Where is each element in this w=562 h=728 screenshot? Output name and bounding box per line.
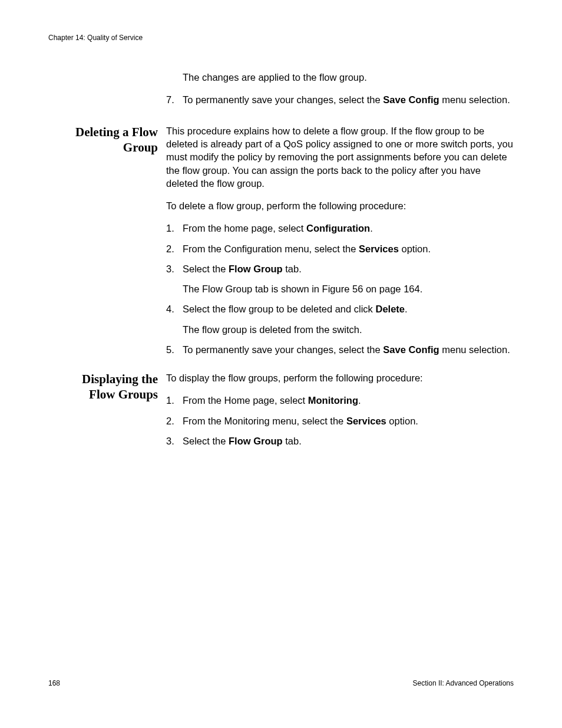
page: Chapter 14: Quality of Service The chang… [0,0,562,728]
side-heading: Displaying the Flow Groups [48,371,158,403]
section1-step-3: 3. Select the Flow Group tab. The Flow G… [166,262,514,296]
section1-step-4: 4. Select the flow group to be deleted a… [166,302,514,336]
section1-lead: To delete a flow group, perform the foll… [166,199,514,212]
section1-step-5: 5. To permanently save your changes, sel… [166,343,514,356]
applied-text: The changes are applied to the flow grou… [183,71,514,84]
step-number: 7. [166,93,183,106]
section1-intro: This procedure explains how to delete a … [166,124,514,190]
section2-step-3: 3. Select the Flow Group tab. [166,434,514,447]
section2-step-2: 2. From the Monitoring menu, select the … [166,414,514,427]
page-number: 168 [48,678,60,688]
running-header: Chapter 14: Quality of Service [48,33,514,42]
section2-step-1: 1. From the Home page, select Monitoring… [166,394,514,407]
section-deleting: Deleting a Flow Group This procedure exp… [48,124,514,363]
section1-step-2: 2. From the Configuration menu, select t… [166,242,514,255]
section-label: Section II: Advanced Operations [413,678,514,688]
section-displaying: Displaying the Flow Groups To display th… [48,371,514,454]
side-heading: Deleting a Flow Group [48,124,158,156]
section1-step4-sub: The flow group is deleted from the switc… [183,323,514,336]
step-body: To permanently save your changes, select… [183,93,514,106]
intro-step-7: 7. To permanently save your changes, sel… [166,93,514,106]
section2-lead: To display the flow groups, perform the … [166,371,514,384]
section1-step-1: 1. From the home page, select Configurat… [166,222,514,235]
section1-step3-sub: The Flow Group tab is shown in Figure 56… [183,282,514,295]
intro-block: The changes are applied to the flow grou… [48,71,514,114]
page-footer: 168 Section II: Advanced Operations [48,678,514,688]
